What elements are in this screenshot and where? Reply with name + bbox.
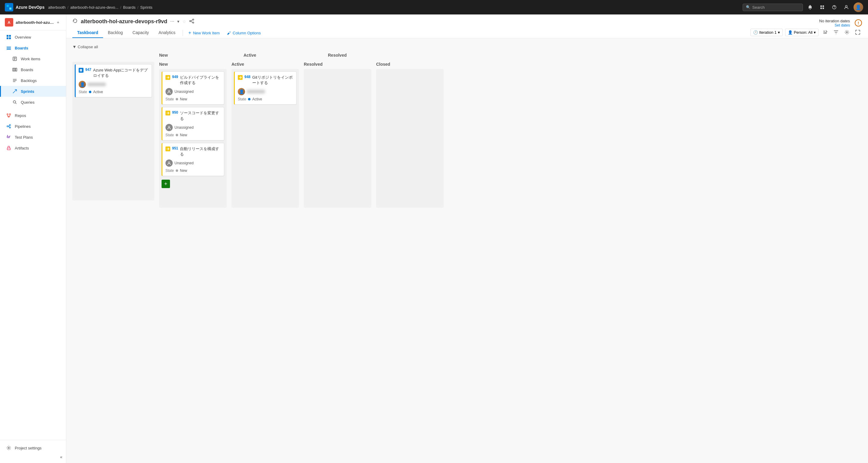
sidebar-item-artifacts[interactable]: Artifacts bbox=[0, 143, 66, 153]
card-948-avatar: 👤 bbox=[238, 88, 245, 95]
card-949-state-row: State New bbox=[165, 97, 221, 101]
board-columns-container: 947 Azure Web Appにコードをデプロイする 👤 xxxxxxxxx… bbox=[72, 62, 862, 208]
svg-rect-14 bbox=[7, 47, 11, 47]
add-card-button[interactable]: + bbox=[161, 180, 170, 188]
closed-col-body bbox=[376, 69, 444, 208]
card-951[interactable]: 951 自動リリースを構成する Unassigned State bbox=[161, 143, 224, 176]
breadcrumb-boards[interactable]: Boards bbox=[123, 5, 135, 10]
closed-col-header-label: Closed bbox=[376, 62, 444, 69]
person-chevron-icon: ▾ bbox=[814, 30, 816, 35]
tab-analytics[interactable]: Analytics bbox=[154, 28, 180, 38]
pipelines-label: Pipelines bbox=[15, 124, 31, 129]
svg-rect-18 bbox=[13, 68, 14, 71]
sidebar-item-backlogs[interactable]: Backlogs bbox=[0, 75, 66, 86]
card-947-state-dot bbox=[89, 91, 91, 93]
sprint-chevron-icon[interactable]: ▾ bbox=[177, 19, 179, 24]
breadcrumb-sprints[interactable]: Sprints bbox=[140, 5, 152, 10]
plus-icon: + bbox=[188, 30, 191, 36]
project-avatar: A bbox=[5, 18, 13, 27]
artifacts-label: Artifacts bbox=[15, 146, 29, 150]
svg-point-21 bbox=[13, 101, 16, 103]
svg-rect-6 bbox=[820, 7, 822, 9]
card-949[interactable]: 949 ビルドパイプラインを作成する Unassigned State bbox=[161, 71, 224, 104]
sprint-share-icon[interactable] bbox=[189, 19, 194, 24]
col-header-resolved: Resolved bbox=[326, 52, 410, 60]
tab-capacity[interactable]: Capacity bbox=[128, 28, 154, 38]
sprint-favorite-icon[interactable]: ☆ bbox=[182, 19, 186, 24]
tab-backlog[interactable]: Backlog bbox=[103, 28, 128, 38]
notifications-icon[interactable] bbox=[805, 2, 815, 12]
iteration-button[interactable]: 🕐 Iteration 1 ▾ bbox=[750, 29, 783, 36]
sidebar-item-queries[interactable]: Queries bbox=[0, 97, 66, 107]
sidebar-item-sprints[interactable]: Sprints bbox=[0, 86, 66, 97]
card-949-title-row: 949 ビルドパイプラインを作成する bbox=[165, 75, 221, 86]
card-947-id[interactable]: 947 bbox=[85, 67, 91, 72]
app-name: Azure DevOps bbox=[16, 5, 44, 10]
svg-rect-13 bbox=[9, 37, 11, 39]
sidebar-item-project-settings[interactable]: Project settings bbox=[0, 442, 66, 453]
card-947[interactable]: 947 Azure Web Appにコードをデプロイする 👤 xxxxxxxxx… bbox=[75, 64, 152, 97]
column-options-button[interactable]: 🖌 Column Options bbox=[224, 29, 264, 37]
settings-gear-icon[interactable] bbox=[843, 28, 851, 36]
main-layout: A alterbooth-hol-azure-... + Overview Bo… bbox=[0, 14, 868, 463]
sidebar: A alterbooth-hol-azure-... + Overview Bo… bbox=[0, 14, 66, 463]
card-951-avatar bbox=[165, 159, 173, 167]
app-logo[interactable]: Azure DevOps bbox=[5, 3, 44, 11]
card-947-assignee-name: xxxxxxxxxx bbox=[88, 83, 106, 86]
column-options-label: Column Options bbox=[233, 31, 261, 35]
fullscreen-icon[interactable] bbox=[854, 28, 862, 36]
search-box[interactable]: 🔍 Search bbox=[743, 4, 803, 11]
person-filter-button[interactable]: 👤 Person: All ▾ bbox=[785, 29, 818, 36]
iteration-label: Iteration 1 bbox=[759, 30, 777, 35]
card-948[interactable]: 948 Gitリポジトリをインポートする 👤 xxxxxxxxxx State bbox=[234, 71, 297, 104]
row-collapse-icon[interactable]: ▼ bbox=[72, 44, 76, 49]
filter-icon[interactable] bbox=[832, 28, 840, 36]
badge-icon[interactable] bbox=[817, 2, 827, 12]
tab-taskboard[interactable]: Taskboard bbox=[72, 28, 103, 38]
sidebar-item-overview[interactable]: Overview bbox=[0, 32, 66, 42]
group-by-icon[interactable] bbox=[821, 28, 830, 36]
col-new-label: New bbox=[159, 53, 168, 58]
sidebar-item-boards-header[interactable]: Boards bbox=[0, 42, 66, 53]
card-947-state-row: State Active bbox=[79, 90, 149, 94]
card-949-assignee-row: Unassigned bbox=[165, 88, 221, 95]
card-948-id[interactable]: 948 bbox=[244, 75, 250, 79]
user-icon[interactable] bbox=[841, 2, 851, 12]
card-950[interactable]: 950 ソースコードを変更する Unassigned State bbox=[161, 107, 224, 140]
card-950-id[interactable]: 950 bbox=[172, 110, 178, 115]
card-949-id[interactable]: 949 bbox=[172, 75, 178, 79]
new-col-body: 949 ビルドパイプラインを作成する Unassigned State bbox=[159, 69, 227, 208]
card-949-state-dot bbox=[176, 98, 178, 100]
test-plans-icon bbox=[6, 134, 12, 140]
new-column: New 949 ビルドパイプラインを作成する bbox=[157, 62, 229, 208]
sprint-more-button[interactable]: ··· bbox=[170, 19, 174, 24]
tab-area: Taskboard Backlog Capacity Analytics + N… bbox=[72, 28, 862, 38]
info-icon[interactable]: ! bbox=[855, 19, 862, 27]
help-icon[interactable] bbox=[830, 2, 839, 12]
card-951-id[interactable]: 951 bbox=[172, 146, 178, 150]
user-avatar[interactable]: 👤 bbox=[854, 2, 863, 12]
card-947-avatar: 👤 bbox=[79, 81, 86, 88]
breadcrumb-org[interactable]: alterbooth bbox=[48, 5, 66, 10]
svg-point-26 bbox=[9, 124, 10, 126]
boards-label: Boards bbox=[21, 67, 33, 72]
card-948-state-dot bbox=[248, 98, 250, 100]
breadcrumb-project[interactable]: alterbooth-hol-azure-devo... bbox=[70, 5, 119, 10]
add-project-button[interactable]: + bbox=[55, 19, 61, 26]
collapse-sidebar-button[interactable]: « bbox=[60, 455, 62, 459]
set-dates-link[interactable]: Set dates bbox=[819, 23, 850, 27]
card-950-state-label: State bbox=[165, 133, 174, 137]
sidebar-item-test-plans[interactable]: Test Plans bbox=[0, 132, 66, 143]
sidebar-item-work-items[interactable]: Work items bbox=[0, 53, 66, 64]
sidebar-item-repos[interactable]: Repos bbox=[0, 110, 66, 121]
card-951-title: 自動リリースを構成する bbox=[180, 146, 221, 157]
card-949-type-icon bbox=[165, 75, 170, 80]
new-work-item-button[interactable]: + New Work Item bbox=[185, 29, 223, 37]
sidebar-item-pipelines[interactable]: Pipelines bbox=[0, 121, 66, 132]
logo-icon bbox=[5, 3, 13, 11]
collapse-all-button[interactable]: Collapse all bbox=[78, 44, 98, 49]
sidebar-item-boards[interactable]: Boards bbox=[0, 64, 66, 75]
content-area: alterbooth-hol-azure-devops-r9vd ··· ▾ ☆… bbox=[66, 14, 868, 463]
svg-rect-37 bbox=[81, 69, 82, 71]
col-active-label: Active bbox=[244, 53, 256, 58]
